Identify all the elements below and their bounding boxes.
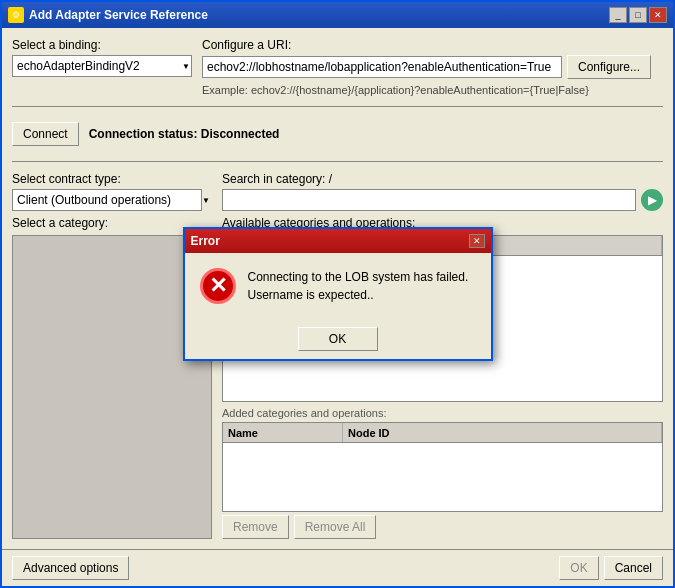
dialog-title-bar: Error ✕ bbox=[185, 229, 491, 253]
error-dialog: Error ✕ ✕ Connecting to the LOB system h… bbox=[183, 227, 493, 361]
dialog-body: ✕ Connecting to the LOB system has faile… bbox=[185, 253, 491, 319]
dialog-ok-button[interactable]: OK bbox=[298, 327, 378, 351]
main-window: ⚙ Add Adapter Service Reference _ □ ✕ Se… bbox=[0, 0, 675, 588]
dialog-footer: OK bbox=[185, 319, 491, 359]
dialog-message-line1: Connecting to the LOB system has failed. bbox=[248, 270, 469, 284]
dialog-title-text: Error bbox=[191, 234, 220, 248]
error-icon: ✕ bbox=[200, 268, 236, 304]
dialog-message: Connecting to the LOB system has failed.… bbox=[248, 268, 469, 304]
dialog-overlay: Error ✕ ✕ Connecting to the LOB system h… bbox=[2, 2, 673, 586]
dialog-message-line2: Username is expected.. bbox=[248, 288, 374, 302]
dialog-close-button[interactable]: ✕ bbox=[469, 234, 485, 248]
